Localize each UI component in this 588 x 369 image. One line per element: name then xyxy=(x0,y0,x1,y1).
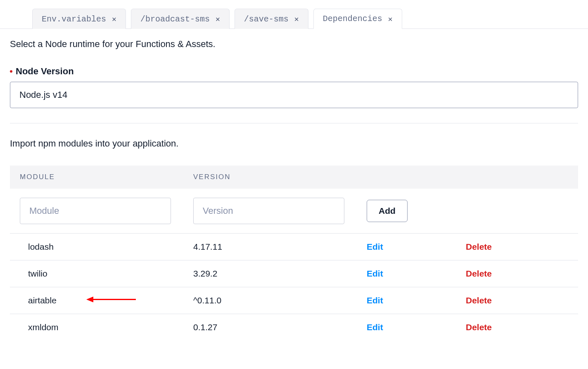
close-icon[interactable]: ✕ xyxy=(216,14,220,24)
table-header-row: MODULE VERSION xyxy=(10,166,578,189)
add-button[interactable]: Add xyxy=(367,200,408,222)
add-module-row: Add xyxy=(10,189,578,234)
close-icon[interactable]: ✕ xyxy=(112,14,116,24)
runtime-description: Select a Node runtime for your Functions… xyxy=(10,39,578,50)
tab-label: /save-sms xyxy=(244,14,289,24)
edit-button[interactable]: Edit xyxy=(367,322,383,332)
close-icon[interactable]: ✕ xyxy=(294,14,299,24)
tab-label: /broadcast-sms xyxy=(140,14,210,24)
table-row: airtable ^0.11.0 Edit Delete xyxy=(10,287,578,314)
version-input[interactable] xyxy=(193,198,344,224)
tab-broadcast-sms[interactable]: /broadcast-sms ✕ xyxy=(131,9,230,29)
table-row: twilio 3.29.2 Edit Delete xyxy=(10,260,578,287)
node-version-label: Node Version xyxy=(16,66,74,77)
header-module: MODULE xyxy=(20,173,193,181)
table-row: xmldom 0.1.27 Edit Delete xyxy=(10,314,578,341)
delete-button[interactable]: Delete xyxy=(466,322,492,332)
node-version-select[interactable]: Node.js v14 xyxy=(10,82,578,108)
section-divider xyxy=(10,123,578,123)
edit-button[interactable]: Edit xyxy=(367,242,383,251)
tab-bar: Env.variables ✕ /broadcast-sms ✕ /save-s… xyxy=(0,0,588,29)
tab-label: Dependencies xyxy=(323,14,382,24)
tab-save-sms[interactable]: /save-sms ✕ xyxy=(235,9,308,29)
module-name: lodash xyxy=(28,242,193,252)
tab-label: Env.variables xyxy=(42,14,106,24)
required-indicator-icon xyxy=(10,70,12,73)
module-version: ^0.11.0 xyxy=(193,296,367,305)
module-version: 3.29.2 xyxy=(193,269,367,279)
modules-table: MODULE VERSION Add lodash 4.17.11 Edit D… xyxy=(10,166,578,341)
header-version: VERSION xyxy=(193,173,367,181)
edit-button[interactable]: Edit xyxy=(367,296,383,305)
tab-dependencies[interactable]: Dependencies ✕ xyxy=(313,9,402,29)
delete-button[interactable]: Delete xyxy=(466,242,492,251)
modules-description: Import npm modules into your application… xyxy=(10,138,578,149)
module-name: airtable xyxy=(28,296,193,305)
content-area: Select a Node runtime for your Functions… xyxy=(0,29,588,341)
module-name: xmldom xyxy=(28,322,193,332)
node-version-label-row: Node Version xyxy=(10,66,578,77)
module-version: 0.1.27 xyxy=(193,322,367,332)
delete-button[interactable]: Delete xyxy=(466,296,492,305)
tab-env-variables[interactable]: Env.variables ✕ xyxy=(32,9,126,29)
table-row: lodash 4.17.11 Edit Delete xyxy=(10,234,578,260)
module-input[interactable] xyxy=(20,198,171,224)
delete-button[interactable]: Delete xyxy=(466,269,492,278)
edit-button[interactable]: Edit xyxy=(367,269,383,278)
module-version: 4.17.11 xyxy=(193,242,367,252)
module-name: twilio xyxy=(28,269,193,279)
close-icon[interactable]: ✕ xyxy=(388,14,393,24)
